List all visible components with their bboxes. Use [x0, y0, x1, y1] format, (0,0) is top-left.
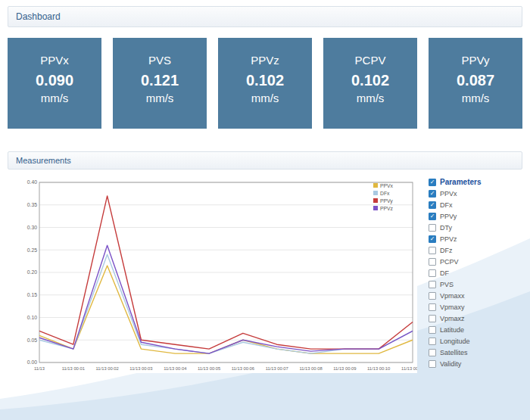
parameter-checkbox-df[interactable] — [429, 269, 436, 277]
y-tick-label: 0.40 — [27, 179, 37, 185]
x-tick-label: 11/13 00:05 — [198, 366, 220, 371]
legend-swatch-ppvy[interactable] — [373, 198, 378, 203]
parameters-title: Parameters — [440, 178, 481, 186]
metric-tile-ppvx: PPVx 0.090 mm/s — [8, 38, 101, 129]
parameter-checkbox-dfx[interactable]: ✓ — [429, 201, 436, 209]
x-tick-label: 11/13 00:11 — [401, 366, 417, 371]
parameter-checkbox-latitude[interactable] — [429, 326, 436, 334]
parameter-item-pvs[interactable]: PVS — [429, 281, 510, 288]
legend-swatch-dfx[interactable] — [373, 191, 378, 195]
parameter-item-vpmaxx[interactable]: Vpmaxx — [429, 292, 510, 300]
x-tick-label: 11/13 00:01 — [62, 366, 85, 371]
parameter-item-latitude[interactable]: Latitude — [429, 326, 510, 334]
parameter-label: PPVx — [440, 190, 457, 198]
parameter-label: Vpmaxz — [440, 315, 465, 322]
x-tick-label: 11/13 00:06 — [232, 366, 254, 371]
tile-label: PPVy — [429, 54, 522, 67]
legend-label-dfx[interactable]: DFx — [380, 191, 390, 196]
parameter-label: DFx — [440, 201, 453, 209]
parameter-checkbox-ppvy[interactable]: ✓ — [429, 213, 436, 220]
x-tick-label: 11/13 00:04 — [164, 366, 187, 371]
x-tick-label: 11/13 00:10 — [367, 366, 390, 371]
parameter-item-longitude[interactable]: Longitude — [429, 338, 510, 345]
y-tick-label: 0.30 — [27, 225, 37, 230]
x-tick-label: 11/13 00:02 — [96, 366, 119, 371]
parameter-label: Vpmaxx — [440, 292, 465, 300]
tile-value: 0.102 — [218, 72, 312, 89]
series-line-dfx — [39, 254, 413, 353]
parameter-checkbox-vpmaxy[interactable] — [429, 303, 436, 311]
parameter-checkbox-ppvx[interactable]: ✓ — [429, 190, 436, 198]
parameter-checkbox-vpmaxz[interactable] — [429, 315, 436, 322]
parameter-label: Latitude — [440, 326, 464, 334]
parameter-label: PVS — [440, 281, 454, 288]
parameter-checkbox-ppvz[interactable]: ✓ — [429, 235, 436, 243]
parameter-item-vpmaxy[interactable]: Vpmaxy — [429, 303, 510, 311]
x-tick-label: 11/13 00:07 — [266, 366, 288, 371]
tile-unit: mm/s — [323, 92, 417, 104]
tile-label: PCPV — [323, 54, 417, 67]
legend-swatch-ppvx[interactable] — [373, 183, 378, 188]
series-line-ppvx — [39, 266, 413, 353]
tile-unit: mm/s — [113, 92, 207, 104]
parameter-label: Longitude — [440, 338, 470, 345]
tile-label: PPVz — [218, 54, 312, 67]
metric-tile-pvs: PVS 0.121 mm/s — [113, 38, 207, 129]
y-tick-label: 0.05 — [27, 338, 37, 343]
parameter-item-ppvy[interactable]: ✓PPVy — [429, 213, 510, 220]
parameter-checkbox-satellites[interactable] — [429, 349, 436, 356]
legend-swatch-ppvz[interactable] — [373, 206, 378, 210]
x-tick-label: 11/13 00:03 — [129, 366, 152, 371]
legend-label-ppvz[interactable]: PPVz — [380, 206, 394, 211]
parameter-label: DFz — [440, 247, 453, 254]
tile-unit: mm/s — [218, 92, 312, 104]
parameter-checkbox-vpmaxx[interactable] — [429, 292, 436, 300]
dashboard-header: Dashboard — [8, 6, 522, 27]
parameter-checkbox-dty[interactable] — [429, 224, 436, 232]
measurements-header: Measurements — [8, 151, 522, 170]
parameter-item-ppvz[interactable]: ✓PPVz — [429, 235, 510, 243]
parameter-checkbox-pcpv[interactable] — [429, 258, 436, 266]
parameters-header-row[interactable]: ✓ Parameters — [429, 178, 510, 186]
parameter-label: PCPV — [440, 258, 459, 266]
y-tick-label: 0.15 — [27, 292, 37, 297]
parameter-checkbox-dfz[interactable] — [429, 247, 436, 254]
legend-label-ppvy[interactable]: PPVy — [380, 198, 393, 204]
parameter-checkbox-longitude[interactable] — [429, 338, 436, 345]
parameters-list: ✓PPVx✓DFx✓PPVyDTy✓PPVzDFzPCPVDFPVSVpmaxx… — [429, 190, 510, 368]
parameter-label: DF — [440, 269, 449, 277]
parameter-item-df[interactable]: DF — [429, 269, 510, 277]
parameters-panel: ✓ Parameters ✓PPVx✓DFx✓PPVyDTy✓PPVzDFzPC… — [429, 176, 510, 372]
metric-tile-ppvy: PPVy 0.087 mm/s — [429, 38, 522, 129]
parameter-label: Validity — [440, 360, 461, 368]
y-tick-label: 0.35 — [27, 202, 37, 207]
page: Dashboard PPVx 0.090 mm/s PVS 0.121 mm/s… — [0, 0, 530, 373]
parameter-item-vpmaxz[interactable]: Vpmaxz — [429, 315, 510, 322]
y-tick-label: 0.00 — [27, 359, 37, 365]
parameters-header-checkbox[interactable]: ✓ — [429, 179, 436, 186]
x-tick-label: 11/13 — [34, 366, 45, 371]
tile-label: PVS — [113, 54, 207, 67]
parameter-item-satellites[interactable]: Satellites — [429, 349, 510, 356]
parameter-checkbox-validity[interactable] — [429, 360, 436, 368]
dashboard-title: Dashboard — [16, 11, 61, 22]
x-tick-label: 11/13 00:09 — [333, 366, 356, 371]
tile-value: 0.102 — [323, 72, 417, 89]
parameter-checkbox-pvs[interactable] — [429, 281, 436, 288]
series-line-ppvz — [39, 245, 413, 353]
parameter-label: PPVy — [440, 213, 457, 220]
parameter-item-validity[interactable]: Validity — [429, 360, 510, 368]
parameter-item-dfz[interactable]: DFz — [429, 247, 510, 254]
parameter-item-ppvx[interactable]: ✓PPVx — [429, 190, 510, 198]
parameter-item-dty[interactable]: DTy — [429, 224, 510, 232]
measurements-chart: 0.000.050.100.150.200.250.300.350.4011/1… — [18, 176, 417, 373]
parameter-label: Satellites — [440, 349, 468, 356]
parameter-item-pcpv[interactable]: PCPV — [429, 258, 510, 266]
legend-label-ppvx[interactable]: PPVx — [380, 183, 394, 188]
parameter-item-dfx[interactable]: ✓DFx — [429, 201, 510, 209]
measurements-body: 0.000.050.100.150.200.250.300.350.4011/1… — [8, 176, 522, 373]
metric-tile-pcpv: PCPV 0.102 mm/s — [323, 38, 417, 129]
tile-value: 0.121 — [113, 72, 207, 89]
metric-tiles: PPVx 0.090 mm/s PVS 0.121 mm/s PPVz 0.10… — [8, 38, 522, 129]
tile-value: 0.087 — [429, 72, 522, 89]
